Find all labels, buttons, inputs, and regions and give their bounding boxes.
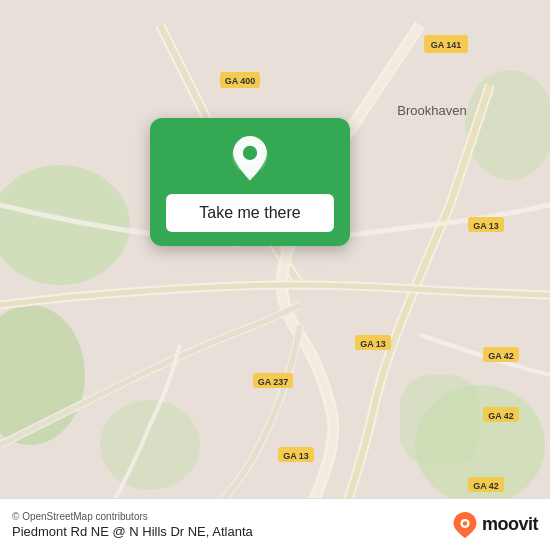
svg-text:GA 42: GA 42 xyxy=(488,411,514,421)
map-container: GA 141 GA 400 GA 13 GA 13 GA 13 GA 237 G… xyxy=(0,0,550,550)
bottom-left: © OpenStreetMap contributors Piedmont Rd… xyxy=(12,511,253,539)
take-me-there-button[interactable]: Take me there xyxy=(166,194,334,232)
moovit-pin-icon xyxy=(452,512,478,538)
svg-point-5 xyxy=(100,400,200,490)
moovit-brand-label: moovit xyxy=(482,514,538,535)
svg-text:GA 42: GA 42 xyxy=(473,481,499,491)
location-label: Piedmont Rd NE @ N Hills Dr NE, Atlanta xyxy=(12,524,253,539)
map-background: GA 141 GA 400 GA 13 GA 13 GA 13 GA 237 G… xyxy=(0,0,550,550)
pin-icon xyxy=(226,136,274,184)
svg-text:GA 42: GA 42 xyxy=(488,351,514,361)
svg-text:GA 400: GA 400 xyxy=(225,76,256,86)
svg-text:Brookhaven: Brookhaven xyxy=(397,103,466,118)
svg-text:GA 13: GA 13 xyxy=(283,451,309,461)
osm-attribution: © OpenStreetMap contributors xyxy=(12,511,253,522)
svg-text:GA 141: GA 141 xyxy=(431,40,462,50)
bottom-bar: © OpenStreetMap contributors Piedmont Rd… xyxy=(0,498,550,550)
svg-text:GA 13: GA 13 xyxy=(360,339,386,349)
location-card: Take me there xyxy=(150,118,350,246)
svg-point-29 xyxy=(243,146,257,160)
svg-point-31 xyxy=(463,521,468,526)
svg-text:GA 13: GA 13 xyxy=(473,221,499,231)
moovit-logo: moovit xyxy=(452,512,538,538)
svg-rect-6 xyxy=(400,375,480,465)
svg-text:GA 237: GA 237 xyxy=(258,377,289,387)
